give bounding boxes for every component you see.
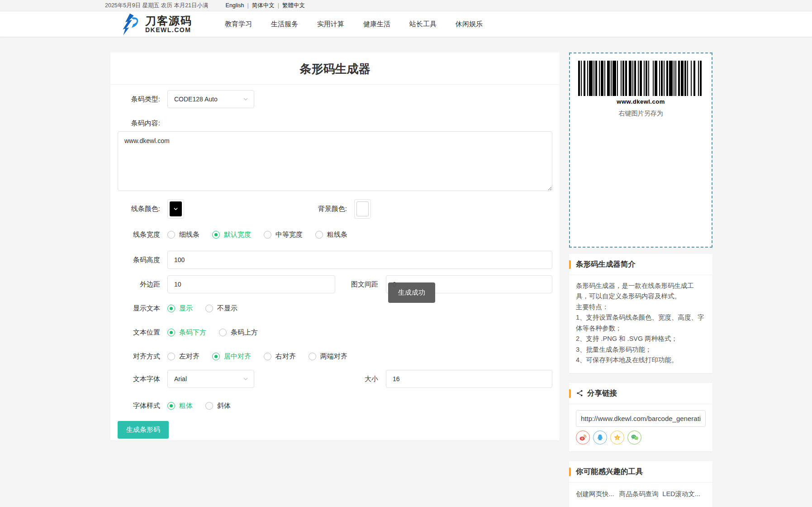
intro-line-1: 主要特点： — [576, 302, 706, 312]
line-color-label: 线条颜色: — [118, 205, 160, 213]
logo-icon — [120, 13, 142, 35]
share-title: 分享链接 — [587, 388, 617, 398]
logo-title: 刀客源码 — [145, 15, 192, 27]
text-position-options: 条码下方条码上方 — [167, 328, 258, 337]
tools-title: 你可能感兴趣的工具 — [576, 467, 643, 477]
intro-line-0: 条形码生成器，是一款在线条形码生成工具，可以自定义条形码内容及样式。 — [576, 281, 706, 302]
radio-circle-icon — [264, 231, 271, 239]
radio-label: 显示 — [179, 304, 193, 313]
barcode-type-label: 条码类型: — [118, 95, 160, 104]
barcode-height-row: 条码高度 — [118, 251, 552, 269]
chevron-down-icon — [243, 96, 248, 102]
font-size-label: 大小 — [365, 375, 378, 383]
radio-circle-icon — [167, 402, 175, 410]
font-style-options: 粗体斜体 — [167, 402, 231, 410]
show-text-option-0[interactable]: 显示 — [167, 304, 193, 313]
nav-item-0[interactable]: 教育学习 — [224, 17, 253, 31]
radio-circle-icon — [219, 329, 227, 336]
tool-link-0[interactable]: 创建网页快... — [576, 490, 619, 498]
nav-item-3[interactable]: 健康生活 — [362, 17, 391, 31]
language-link-1[interactable]: 简体中文 — [252, 2, 275, 10]
align-option-1[interactable]: 居中对齐 — [212, 352, 251, 361]
margin-gap-row: 外边距 图文间距 — [118, 275, 552, 293]
barcode-preview-panel[interactable]: www.dkewl.com 右键图片另存为 — [569, 53, 712, 248]
wechat-icon[interactable] — [627, 430, 641, 445]
radio-circle-icon — [212, 231, 220, 239]
line-width-option-1[interactable]: 默认宽度 — [212, 230, 251, 239]
main-nav: 教育学习生活服务实用计算健康生活站长工具休闲娱乐 — [224, 17, 484, 31]
radio-circle-icon — [309, 353, 316, 360]
header: 刀客源码 DKEWL.COM 教育学习生活服务实用计算健康生活站长工具休闲娱乐 — [0, 11, 812, 37]
radio-label: 默认宽度 — [224, 230, 251, 239]
line-width-options: 细线条默认宽度中等宽度粗线条 — [167, 230, 347, 239]
radio-circle-icon — [212, 353, 220, 360]
font-size-input[interactable] — [386, 370, 552, 388]
outer-margin-input[interactable] — [167, 275, 335, 293]
text-position-label: 文本位置 — [118, 328, 160, 337]
tools-card: 你可能感兴趣的工具 创建网页快...商品条码查询LED滚动文...诗文起名在线闹… — [569, 461, 712, 507]
radio-label: 条码上方 — [231, 328, 258, 337]
page-title: 条形码生成器 — [110, 61, 560, 77]
bg-color-label: 背景颜色: — [184, 205, 347, 213]
barcode-image — [578, 61, 703, 96]
chevron-down-icon — [173, 206, 178, 211]
share-icons: Z — [576, 430, 706, 445]
line-width-label: 线条宽度 — [118, 230, 160, 239]
align-option-3[interactable]: 两端对齐 — [309, 352, 347, 361]
qzone-icon[interactable]: Z — [610, 430, 624, 445]
share-icon — [576, 389, 584, 397]
text-position-option-0[interactable]: 条码下方 — [167, 328, 206, 337]
generate-barcode-button[interactable]: 生成条形码 — [118, 421, 169, 439]
tool-link-2[interactable]: LED滚动文... — [662, 490, 706, 498]
intro-line-5: 4、可保存到本地及在线打印功能。 — [576, 355, 706, 365]
align-option-2[interactable]: 右对齐 — [264, 352, 296, 361]
nav-item-5[interactable]: 休闲娱乐 — [455, 17, 484, 31]
radio-label: 粗线条 — [327, 230, 347, 239]
separator: | — [278, 2, 279, 9]
barcode-generator-card: 条形码生成器 条码类型: CODE128 Auto 条码内容: www.dkew… — [110, 53, 560, 440]
color-row: 线条颜色: 背景颜色: — [118, 199, 552, 219]
radio-label: 斜体 — [217, 402, 231, 410]
barcode-type-row: 条码类型: CODE128 Auto — [118, 90, 552, 108]
line-width-option-3[interactable]: 粗线条 — [315, 230, 347, 239]
radio-circle-icon — [315, 231, 323, 239]
radio-label: 两端对齐 — [320, 352, 347, 361]
line-color-picker[interactable] — [167, 199, 184, 219]
align-option-0[interactable]: 左对齐 — [167, 352, 199, 361]
radio-label: 条码下方 — [179, 328, 206, 337]
intro-line-3: 2、支持 .PNG 和 .SVG 两种格式； — [576, 334, 706, 344]
nav-item-4[interactable]: 站长工具 — [408, 17, 437, 31]
text-font-select[interactable]: Arial — [167, 370, 254, 388]
barcode-content-input[interactable]: www.dkewl.com — [118, 131, 552, 191]
barcode-type-select[interactable]: CODE128 Auto — [167, 90, 254, 108]
logo[interactable]: 刀客源码 DKEWL.COM — [120, 13, 210, 35]
radio-label: 中等宽度 — [275, 230, 303, 239]
show-text-label: 显示文本 — [118, 304, 160, 313]
bg-color-picker[interactable] — [354, 199, 371, 219]
nav-item-2[interactable]: 实用计算 — [316, 17, 345, 31]
barcode-text: www.dkewl.com — [570, 98, 712, 105]
text-position-option-1[interactable]: 条码上方 — [219, 328, 258, 337]
barcode-height-label: 条码高度 — [118, 256, 160, 264]
barcode-height-input[interactable] — [167, 251, 552, 269]
qq-icon[interactable] — [593, 430, 607, 445]
tool-link-1[interactable]: 商品条码查询 — [619, 490, 663, 498]
nav-item-1[interactable]: 生活服务 — [270, 17, 299, 31]
language-link-0[interactable]: English — [226, 2, 244, 9]
show-text-option-1[interactable]: 不显示 — [205, 304, 237, 313]
language-link-2[interactable]: 繁體中文 — [282, 2, 305, 10]
outer-margin-label: 外边距 — [118, 280, 160, 289]
radio-circle-icon — [205, 305, 213, 312]
line-width-option-0[interactable]: 细线条 — [167, 230, 199, 239]
line-width-option-2[interactable]: 中等宽度 — [264, 230, 303, 239]
weibo-icon[interactable] — [576, 430, 590, 445]
font-style-option-0[interactable]: 粗体 — [167, 402, 193, 410]
tools-links: 创建网页快...商品条码查询LED滚动文...诗文起名在线闹钟二十四节气生辰八字… — [569, 483, 712, 507]
share-url-input[interactable] — [576, 410, 706, 427]
language-switcher: English|简体中文|繁體中文 — [226, 2, 305, 10]
font-row: 文本字体 Arial 大小 — [118, 370, 552, 388]
align-options: 左对齐居中对齐右对齐两端对齐 — [167, 352, 347, 361]
show-text-row: 显示文本 显示不显示 — [118, 304, 552, 313]
font-style-option-1[interactable]: 斜体 — [205, 402, 231, 410]
radio-label: 细线条 — [179, 230, 199, 239]
